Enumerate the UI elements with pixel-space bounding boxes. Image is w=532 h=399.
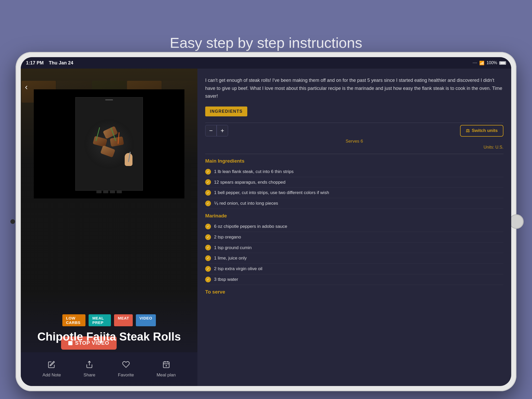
bottom-actions: Add Note Share [21,352,197,386]
ingredient-item: ✓ 2 tsp extra virgin olive oil [205,264,503,274]
svg-rect-1 [163,362,169,368]
recipe-title-left: Chipotle Fajita Steak Rolls [21,330,197,343]
check-icon: ✓ [205,169,211,175]
right-panel: I can't get enough of steak rolls! I've … [197,69,511,386]
tags-area: LOW CARBS MEAL PREP MEAT VIDEO [21,314,197,326]
meal-plan-label: Meal plan [157,373,176,378]
decrease-servings-button[interactable]: − [205,125,217,136]
check-icon: ✓ [205,190,211,196]
tag-video: VIDEO [136,314,156,326]
ingredient-item: ✓ 3 tbsp water [205,274,503,285]
ingredient-text: 2 tsp oregano [214,234,241,240]
ingredient-item: ✓ 6 oz chipotle peppers in adobo sauce [205,221,503,232]
left-panel: ‹ [21,69,197,386]
ingredient-text: ⅓ red onion, cut into long pieces [214,200,278,207]
status-time: 1:17 PM Thu Jan 24 [26,60,73,66]
servings-text: Serves 6 [205,139,503,144]
ingredient-item: ✓ 12 spears asparagus, ends chopped [205,177,503,188]
ingredient-text: 1 tsp ground cumin [214,245,252,251]
ipad-frame: 1:17 PM Thu Jan 24 ···· 📶 100% [16,52,516,391]
ingredient-text: 1 bell pepper, cut into strips, use two … [214,190,329,196]
tag-meat: MEAT [114,314,132,326]
ingredient-item: ✓ 2 tsp oregano [205,232,503,243]
check-icon: ✓ [205,277,211,282]
recipe-description: I can't get enough of steak rolls! I've … [205,76,503,100]
battery-icon [499,61,506,65]
food-image [81,110,138,178]
video-container [34,89,184,198]
add-note-label: Add Note [43,373,61,378]
favorite-button[interactable]: Favorite [118,361,134,378]
tag-meal-prep: MEAL PREP [89,314,111,326]
check-icon: ✓ [205,255,211,261]
ingredient-item: ✓ 1 tsp ground cumin [205,243,503,253]
main-ingredients-title: Main Ingredients [205,158,503,164]
ingredient-text: 1 lime, juice only [214,255,247,261]
check-icon: ✓ [205,179,211,185]
servings-controls: − + [205,125,228,136]
share-label: Share [84,373,95,378]
units-text: Units: U.S. [205,145,503,150]
ingredient-text: 1 lb lean flank steak, cut into 6 thin s… [214,169,294,175]
ingredients-header: INGREDIENTS [205,107,247,116]
separator-2 [205,154,503,154]
signal-icon: ···· [473,61,477,65]
share-button[interactable]: Share [84,361,95,378]
scale-icon: ⚖ [466,128,470,134]
marinade-title: Marinade [205,213,503,219]
ingredient-text: 6 oz chipotle peppers in adobo sauce [214,223,287,230]
ingredient-item: ✓ 1 lb lean flank steak, cut into 6 thin… [205,167,503,177]
check-icon: ✓ [205,224,211,229]
ingredient-text: 2 tsp extra virgin olive oil [214,266,262,272]
favorite-label: Favorite [118,373,134,378]
check-icon: ✓ [205,266,211,272]
separator [205,123,503,123]
ingredient-item: ✓ 1 lime, juice only [205,253,503,264]
switch-units-button[interactable]: ⚖ Switch units [460,125,503,137]
ingredient-item: ✓ 1 bell pepper, cut into strips, use tw… [205,188,503,198]
status-bar: 1:17 PM Thu Jan 24 ···· 📶 100% [21,57,511,69]
ingredient-item: ✓ ⅓ red onion, cut into long pieces [205,198,503,209]
wifi-icon: 📶 [479,61,484,65]
check-icon: ✓ [205,201,211,206]
ipad-home-button[interactable] [509,214,524,229]
increase-servings-button[interactable]: + [217,125,228,136]
ingredient-text: 3 tbsp water [214,276,238,283]
ipad-camera [10,219,15,224]
servings-row: − + ⚖ Switch units [205,125,503,137]
header-subtitle: Easy step by step instructions [0,34,532,51]
ipad-screen: 1:17 PM Thu Jan 24 ···· 📶 100% [21,57,511,386]
status-right: ···· 📶 100% [473,61,506,65]
check-icon: ✓ [205,234,211,240]
battery-text: 100% [487,61,497,65]
ingredient-text: 12 spears asparagus, ends chopped [214,179,285,185]
video-frame [75,97,143,191]
meal-plan-button[interactable]: Meal plan [157,361,176,378]
back-button[interactable]: ‹ [25,82,28,92]
check-icon: ✓ [205,245,211,250]
tag-low-carbs: LOW CARBS [62,314,85,326]
calendar-plus-icon [162,361,170,370]
pencil-icon [48,361,56,370]
add-note-button[interactable]: Add Note [43,361,61,378]
share-icon [85,361,93,370]
to-serve-title: To serve [205,289,503,295]
heart-icon [122,361,130,370]
